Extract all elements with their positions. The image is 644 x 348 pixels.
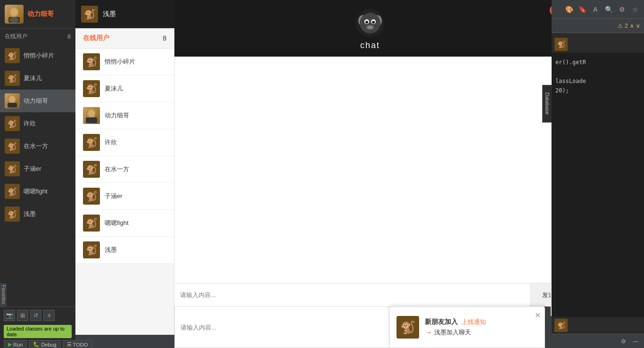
- middle-user-name: 浅墨: [105, 246, 117, 254]
- sidebar-user-name: 嗯嗯fight: [24, 187, 48, 196]
- middle-user-avatar: 🐒: [83, 134, 100, 151]
- sidebar-online-header: 在线用户 8: [0, 29, 75, 44]
- chat-input-area: 发送: [174, 283, 566, 307]
- middle-user-item[interactable]: 🐒浅墨: [75, 237, 174, 264]
- user-profile: 动力细哥: [0, 0, 75, 29]
- sidebar-user-avatar: 🐒: [5, 71, 20, 86]
- middle-user-avatar: 🐒: [83, 188, 100, 205]
- sidebar-user-name: 浅墨: [24, 210, 36, 218]
- middle-user-name: 动力细哥: [105, 111, 129, 120]
- ide-code-area: er().getR lassLoade 20);: [552, 53, 644, 317]
- middle-user-item[interactable]: 动力细哥: [75, 102, 174, 129]
- ide-bottom-avatar: 🐒: [554, 319, 568, 332]
- notification-avatar: 🐒: [396, 316, 419, 339]
- ide-settings-icon[interactable]: ⚙: [617, 4, 627, 15]
- sidebar-user-item[interactable]: 🐒子涵er: [0, 157, 75, 180]
- sidebar-user-item[interactable]: 🐒悄悄小碎片: [0, 44, 75, 67]
- ide-minus-icon[interactable]: —: [631, 337, 640, 346]
- ide-warning-bar: ⚠ 2 ∧ ∨: [552, 19, 644, 33]
- ide-translate-icon[interactable]: A: [590, 4, 601, 15]
- ide-search-icon[interactable]: 🔍: [603, 4, 614, 15]
- code-line-2: [555, 67, 640, 76]
- middle-user-item[interactable]: 🐒夏沫儿: [75, 75, 174, 102]
- middle-user-item[interactable]: 🐒嗯嗯fight: [75, 210, 174, 237]
- sidebar-user-item[interactable]: 🐒许欣: [0, 112, 75, 135]
- sidebar-user-item[interactable]: 🐒嗯嗯fight: [0, 180, 75, 203]
- debug-button[interactable]: 🐛 Debug: [29, 340, 60, 348]
- sidebar-user-avatar: [5, 93, 20, 108]
- middle-online-header: 在线用户 8: [75, 28, 174, 49]
- ide-palette-icon[interactable]: 🎨: [564, 4, 574, 15]
- todo-button[interactable]: ☰ TODO: [63, 340, 92, 348]
- sidebar-user-avatar: 🐒: [5, 139, 20, 154]
- middle-user-avatar: 🐒: [83, 161, 100, 178]
- middle-user-item[interactable]: 🐒在水一方: [75, 156, 174, 183]
- svg-point-13: [360, 13, 380, 33]
- middle-user-name: 在水一方: [105, 165, 129, 174]
- sidebar-user-name: 夏沫儿: [24, 74, 42, 83]
- sidebar-online-count: 8: [67, 33, 71, 40]
- notification-message: → 浅墨加入聊天: [425, 328, 538, 337]
- middle-user-item[interactable]: 🐒悄悄小碎片: [75, 49, 174, 75]
- todo-label: TODO: [73, 342, 88, 348]
- middle-user-list: 🐒悄悄小碎片🐒夏沫儿动力细哥🐒许欣🐒在水一方🐒子涵er🐒嗯嗯fight🐒浅墨: [75, 49, 174, 335]
- chat-input-field[interactable]: [174, 288, 530, 302]
- middle-online-label: 在线用户: [83, 34, 109, 42]
- middle-user-item[interactable]: 🐒子涵er: [75, 183, 174, 210]
- ide-user-row: 🐒: [552, 36, 644, 53]
- middle-user-avatar: 🐒: [83, 215, 100, 232]
- middle-user-name: 嗯嗯fight: [105, 219, 129, 227]
- database-tab[interactable]: Database: [542, 85, 552, 123]
- database-label: Database: [545, 92, 550, 115]
- middle-user-name: 许欣: [105, 138, 117, 147]
- debug-bug-icon: 🐛: [33, 341, 40, 348]
- bottom-toolbar: 📷 ⊞ ↺ ≡ Loaded classes are up to date. ▶…: [0, 307, 75, 348]
- sidebar-user-name: 在水一方: [24, 142, 48, 150]
- ide-star-icon[interactable]: ☆: [630, 4, 640, 15]
- sidebar-user-list: 🐒悄悄小碎片🐒夏沫儿动力细哥🐒许欣🐒在水一方🐒子涵er🐒嗯嗯fight🐒浅墨: [0, 44, 75, 307]
- left-sidebar: 动力细哥 在线用户 8 🐒悄悄小碎片🐒夏沫儿动力细哥🐒许欣🐒在水一方🐒子涵er🐒…: [0, 0, 75, 307]
- sidebar-user-name: 动力细哥: [24, 97, 48, 105]
- svg-point-3: [9, 17, 19, 23]
- favorites-tab[interactable]: Favorites: [0, 283, 7, 307]
- svg-point-17: [372, 21, 375, 24]
- chat-main: chat ✕ 发送: [174, 0, 566, 307]
- popup-header-avatar: 🐒: [81, 6, 98, 23]
- list-icon[interactable]: ≡: [43, 310, 55, 321]
- notification-message-text: 浅墨加入聊天: [434, 328, 471, 337]
- chat-header: chat ✕: [174, 0, 566, 57]
- notification-popup: 🐒 新朋友加入 上线通知 → 浅墨加入聊天 ✕: [389, 307, 545, 348]
- svg-point-19: [367, 26, 373, 29]
- ide-gear-icon[interactable]: ⚙: [619, 337, 628, 346]
- ide-top-bar: 🎨 🔖 A 🔍 ⚙ ☆: [552, 0, 644, 19]
- ide-bottom-bar: ⚙ —: [552, 334, 644, 348]
- code-line-4: 20);: [555, 86, 640, 95]
- svg-point-16: [365, 21, 368, 24]
- todo-icon: ☰: [67, 341, 72, 348]
- notification-title: 新朋友加入: [425, 318, 458, 326]
- sidebar-user-item[interactable]: 🐒浅墨: [0, 203, 75, 225]
- refresh-icon[interactable]: ↺: [30, 310, 41, 321]
- layout-icon[interactable]: ⊞: [17, 310, 28, 321]
- middle-panel: 在线用户 8 🐒悄悄小碎片🐒夏沫儿动力细哥🐒许欣🐒在水一方🐒子涵er🐒嗯嗯fig…: [75, 28, 174, 335]
- run-button[interactable]: ▶ Run: [4, 340, 27, 348]
- camera-icon[interactable]: 📷: [4, 310, 15, 321]
- popup-header-name: 浅墨: [103, 10, 116, 18]
- sidebar-user-item[interactable]: 动力细哥: [0, 90, 75, 112]
- svg-point-6: [9, 96, 15, 102]
- middle-user-item[interactable]: 🐒许欣: [75, 129, 174, 156]
- loaded-classes-status: Loaded classes are up to date.: [4, 325, 72, 338]
- sidebar-user-item[interactable]: 🐒夏沫儿: [0, 67, 75, 90]
- sidebar-user-avatar: 🐒: [5, 161, 20, 176]
- sidebar-user-item[interactable]: 🐒在水一方: [0, 135, 75, 157]
- debug-label: Debug: [41, 342, 56, 348]
- notification-close-button[interactable]: ✕: [535, 311, 541, 320]
- ide-bookmark-icon[interactable]: 🔖: [577, 4, 587, 15]
- sidebar-user-avatar: 🐒: [5, 184, 20, 199]
- middle-user-avatar: [83, 107, 100, 124]
- svg-rect-5: [8, 103, 17, 108]
- notification-badge: 上线通知: [462, 318, 486, 326]
- warning-icon: ⚠: [618, 23, 623, 29]
- run-label: Run: [13, 342, 23, 348]
- code-line-3: lassLoade: [555, 76, 640, 86]
